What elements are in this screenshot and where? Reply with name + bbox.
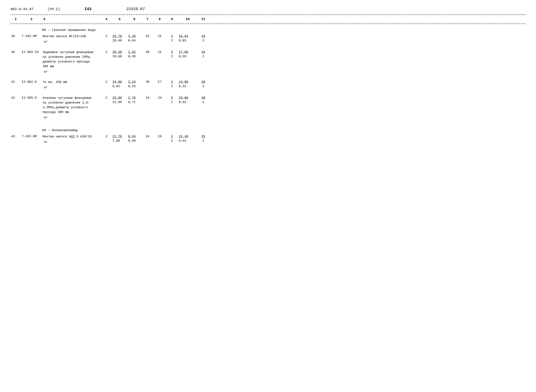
row-unit: шт	[43, 140, 101, 144]
row-col6: I,520,30	[127, 50, 141, 59]
row-col6: 0,940,48	[127, 134, 141, 143]
row-col8: 2I	[154, 34, 166, 39]
row-col5: 15,70I0,40	[112, 34, 127, 43]
row-col9: 2I	[166, 34, 178, 43]
row-col7: 30	[141, 79, 154, 84]
page-header: 902-9-43.87 (УП.I) I43 22428-07	[10, 7, 526, 11]
col-header-7: 7	[141, 17, 154, 21]
table-row: 4II2-802-9То же, 250 ммшт2I4,808,6II,230…	[10, 79, 526, 90]
col-header-5: 5	[112, 17, 127, 21]
data-table: М9 – Грязная промывная вода397-28I-9ММон…	[10, 25, 526, 145]
col-header-8: 8	[154, 17, 166, 21]
col-header-9: 9	[166, 17, 178, 21]
row-col4: 2	[101, 50, 112, 55]
row-col11: 332	[197, 34, 209, 43]
row-col8: I7	[154, 79, 166, 84]
page-number: I43	[84, 7, 92, 11]
section-label-1: Х9 – Полиакриламид	[10, 125, 526, 134]
row-number: 43	[10, 134, 21, 139]
row-col10: I2,480,62	[178, 134, 197, 143]
row-code: I2-802-IO	[21, 50, 42, 55]
row-code: I2-805-9	[21, 95, 42, 100]
col-header-11: II	[197, 17, 209, 21]
row-unit: шт	[43, 115, 101, 120]
row-col5: I4,808,6I	[112, 79, 127, 89]
row-description: Задвижки чугунные фланцевыена условное д…	[42, 50, 101, 74]
row-description: То же, 250 ммшт	[42, 79, 101, 90]
section-label-0: М9 – Грязная промывная вода	[10, 25, 526, 34]
row-col8: I6	[154, 134, 166, 139]
row-col9: 3I	[166, 50, 178, 59]
col-header-6: 6	[127, 17, 141, 21]
row-col7: 24	[141, 134, 154, 139]
col-header-3: 3	[42, 17, 101, 21]
row-col7: 3I	[141, 34, 154, 39]
table-row: 42I2-805-9Клапаны чугунные фланцевыена у…	[10, 95, 526, 120]
row-unit: шт	[43, 39, 101, 44]
row-col4: 2	[101, 134, 112, 139]
row-col11: 25I	[197, 134, 209, 143]
row-number: 4I	[10, 79, 21, 84]
table-row: 397-28I-9ММонтаж насоса ФГ2I6/24Бшт215,7…	[10, 34, 526, 44]
header-divider-top	[10, 14, 526, 15]
table-row: 40I2-802-IOЗадвижки чугунные фланцевыена…	[10, 50, 526, 74]
row-col5: 20,20I0,60	[112, 50, 127, 59]
row-col6: 2,760,7I	[127, 95, 141, 105]
row-unit: шт	[43, 70, 101, 74]
row-col6: I,260,64	[127, 34, 141, 43]
table-row: 437-28I-9ММонтаж насоса НД2,5 630/IOшт2I…	[10, 134, 526, 145]
doc-number-right: 22428-07	[126, 7, 145, 11]
col-header-2: 2	[21, 17, 42, 21]
row-number: 39	[10, 34, 21, 39]
row-col10: I7,000,39	[178, 50, 197, 59]
row-col8: 24	[154, 95, 166, 100]
row-code: I2-802-9	[21, 79, 42, 84]
row-col9: 5I	[166, 95, 178, 105]
row-col9: 2I	[166, 134, 178, 143]
row-col6: I,230,25	[127, 79, 141, 89]
doc-number-left: 902-9-43.87	[10, 7, 33, 11]
row-code: 7-28I-9М	[21, 34, 42, 39]
row-col10: I4,000,32	[178, 79, 197, 89]
row-col8: 2I	[154, 50, 166, 55]
row-col10: I9,000,92	[178, 95, 197, 105]
row-description: Монтаж насоса ФГ2I6/24Бшт	[42, 34, 101, 44]
row-col11: 28I	[197, 79, 209, 89]
row-col11: 34I	[197, 50, 209, 59]
row-number: 42	[10, 95, 21, 100]
column-headers: I 2 3 4 5 6 7 8 9 IO II	[10, 16, 526, 23]
row-col9: 3I	[166, 79, 178, 89]
row-col7: 34	[141, 95, 154, 100]
col-header-4: 4	[101, 17, 112, 21]
col-header-10: IO	[178, 17, 197, 21]
row-description: Клапаны чугунные фланцевыена условное да…	[42, 95, 101, 120]
row-col4: 2	[101, 34, 112, 39]
row-col5: II,787,80	[112, 134, 127, 143]
row-number: 40	[10, 50, 21, 55]
row-unit: шт	[43, 85, 101, 90]
row-description: Монтаж насоса НД2,5 630/IOшт	[42, 134, 101, 145]
row-col11: 382	[197, 95, 209, 105]
row-col5: I6,80II,90	[112, 95, 127, 105]
header-divider-bottom	[10, 23, 526, 24]
row-code: 7-28I-9М	[21, 134, 42, 139]
row-col4: 2	[101, 79, 112, 84]
row-col10: I6,640,83	[178, 34, 197, 43]
row-col4: 2	[101, 95, 112, 100]
col-header-1: I	[10, 17, 21, 21]
row-col7: 40	[141, 50, 154, 55]
doc-section: (УП.I)	[47, 7, 60, 11]
